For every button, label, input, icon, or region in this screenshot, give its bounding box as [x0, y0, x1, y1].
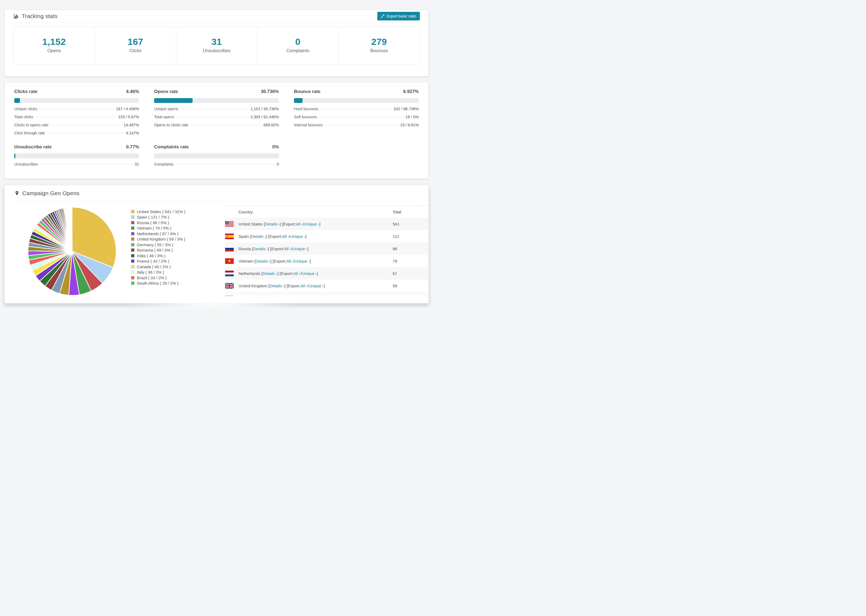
details-link[interactable]: Details › [263, 271, 277, 276]
progress-bar-clicks-rate [14, 98, 139, 103]
total-cell-united-kingdom: 59 [393, 284, 428, 288]
rate-value-bounce-rate: 6.927% [403, 89, 419, 94]
map-pin-icon [14, 190, 20, 196]
export-basic-stats-button[interactable]: Export basic stats [377, 12, 420, 20]
export-all-link[interactable]: All › [287, 259, 293, 263]
details-link[interactable]: Details › [257, 296, 272, 298]
geo-country-table: Country Total United States [Details ›] … [225, 206, 428, 298]
stat-line-soft-bounces: Soft bounces18 / 0% [294, 115, 419, 123]
details-link[interactable]: Details › [265, 222, 280, 226]
export-all-link[interactable]: All › [288, 296, 295, 298]
legend-swatch-south-africa [131, 281, 134, 285]
total-cell-united-states: 541 [393, 222, 428, 226]
rate-block-unsubscribe-rate: Unsubscribe rate0.77%Unsubscribes31 [14, 144, 139, 170]
country-name: Germany [239, 296, 256, 298]
rate-value-opens-rate: 30.736% [261, 89, 279, 94]
dotted-leader [319, 117, 403, 117]
legend-item-india[interactable]: India ( 46 / 3% ) [131, 253, 219, 259]
dotted-leader [39, 109, 114, 109]
table-row-netherlands: Netherlands [Details ›] [Export: All › /… [225, 267, 428, 280]
pie-slice-other-65[interactable] [72, 207, 72, 251]
details-link[interactable]: Details › [269, 284, 284, 288]
details-link[interactable]: Details › [255, 259, 270, 263]
rate-head-unsubscribe-rate: Unsubscribe rate0.77% [14, 144, 139, 150]
export-button-label: Export basic stats [387, 14, 417, 18]
stat-value-unsubscribes: 31 [176, 36, 257, 47]
rate-value-clicks-rate: 4.46% [126, 89, 139, 94]
export-unique-link[interactable]: Unique › [292, 247, 307, 251]
export-all-link[interactable]: All › [284, 247, 291, 251]
total-cell-vietnam: 79 [393, 259, 428, 263]
export-unique-link[interactable]: Unique › [304, 222, 319, 226]
stat-line-label: Unique opens [154, 107, 178, 111]
stat-line-value: 689.82% [264, 123, 279, 127]
export-all-link[interactable]: All › [282, 234, 289, 239]
export-prefix: ] [Export: [277, 271, 293, 276]
dotted-leader [320, 109, 391, 109]
stat-value-clicks: 167 [95, 36, 176, 47]
legend-swatch-spain [131, 215, 134, 219]
legend-item-south-africa[interactable]: South Africa ( 29 / 2% ) [131, 281, 219, 286]
rate-title-opens-rate: Opens rate [154, 89, 178, 94]
export-unique-link[interactable]: Unique › [301, 271, 317, 276]
export-all-link[interactable]: All › [296, 222, 303, 226]
export-unique-link[interactable]: Unique › [309, 284, 324, 288]
country-flag-gb [225, 283, 234, 289]
stat-line-click-through-rate: Click through rate4.147% [14, 131, 139, 139]
export-unique-link[interactable]: Unique › [290, 234, 305, 239]
geo-pie-chart [14, 206, 130, 298]
table-row-vietnam: Vietnam [Details ›] [Export: All › / Uni… [225, 255, 428, 267]
rate-block-bounce-rate: Bounce rate6.927%Hard bounces242 / 86.73… [294, 89, 419, 139]
country-name: United Kingdom [239, 284, 268, 288]
stat-line-complaints: Complaints0 [154, 162, 279, 170]
legend-item-spain[interactable]: Spain ( 121 / 7% ) [131, 214, 219, 220]
stat-line-value: 0 [277, 162, 279, 167]
legend-item-brazil[interactable]: Brazil ( 33 / 2% ) [131, 275, 219, 281]
export-all-link[interactable]: All › [301, 284, 307, 288]
stat-line-label: Clicks to opens rate [14, 123, 49, 127]
stat-line-unique-opens: Unique opens1,152 / 30.736% [154, 107, 279, 115]
legend-item-romania[interactable]: Romania ( 49 / 3% ) [131, 248, 219, 253]
export-unique-link[interactable]: Unique › [294, 259, 310, 263]
export-all-link[interactable]: All › [293, 271, 301, 276]
legend-item-united-states[interactable]: United States ( 541 / 31% ) [131, 209, 219, 214]
legend-item-italy[interactable]: Italy ( 36 / 2% ) [131, 270, 219, 275]
rate-title-complaints-rate: Complaints rate [154, 144, 189, 150]
legend-label: India ( 46 / 3% ) [137, 253, 165, 258]
pie-legend: United States ( 541 / 31% )Spain ( 121 /… [130, 206, 219, 298]
country-cell-united-kingdom: United Kingdom [Details ›] [Export: All … [225, 283, 393, 289]
pie-svg [26, 206, 118, 297]
legend-item-russia[interactable]: Russia ( 86 / 5% ) [131, 220, 219, 225]
stat-label-clicks: Clicks [95, 48, 176, 53]
legend-label: South Africa ( 29 / 2% ) [137, 281, 178, 285]
progress-fill-clicks-rate [14, 98, 20, 103]
export-unique-link[interactable]: Unique › [296, 296, 312, 298]
progress-bar-unsubscribe-rate [14, 154, 139, 158]
details-link[interactable]: Details › [253, 247, 268, 251]
stat-line-label: Total opens [154, 115, 174, 119]
legend-swatch-italy [131, 270, 134, 274]
legend-item-france[interactable]: France ( 42 / 2% ) [131, 259, 219, 264]
legend-item-united-kingdom[interactable]: United Kingdom ( 59 / 3% ) [131, 237, 219, 242]
rate-head-complaints-rate: Complaints rate0% [154, 144, 279, 150]
legend-item-netherlands[interactable]: Netherlands ( 67 / 4% ) [131, 231, 219, 237]
details-link[interactable]: Details › [251, 234, 266, 239]
export-icon [381, 14, 385, 18]
legend-item-canada[interactable]: Canada ( 40 / 2% ) [131, 264, 219, 270]
dotted-leader [176, 117, 248, 117]
legend-item-vietnam[interactable]: Vietnam ( 79 / 5% ) [131, 225, 219, 231]
export-prefix: ] [Export: [268, 247, 284, 251]
country-name: Russia [239, 247, 252, 251]
bracket: ] [310, 259, 311, 263]
tracking-stats-page: Tracking stats Export basic stats 1,152O… [0, 0, 433, 308]
rate-title-clicks-rate: Clicks rate [14, 89, 38, 94]
rate-block-complaints-rate: Complaints rate0%Complaints0 [154, 144, 279, 170]
rate-head-clicks-rate: Clicks rate4.46% [14, 89, 139, 94]
stat-cell-clicks: 167Clicks [94, 27, 176, 64]
legend-swatch-united-states [131, 210, 134, 214]
progress-bar-complaints-rate [154, 154, 279, 158]
dotted-leader [35, 117, 116, 117]
legend-item-germany[interactable]: Germany ( 55 / 3% ) [131, 242, 219, 248]
stat-line-unique-clicks: Unique clicks167 / 4.456% [14, 107, 139, 115]
stat-summary-grid: 1,152Opens167Clicks31Unsubscribes0Compla… [13, 27, 420, 64]
